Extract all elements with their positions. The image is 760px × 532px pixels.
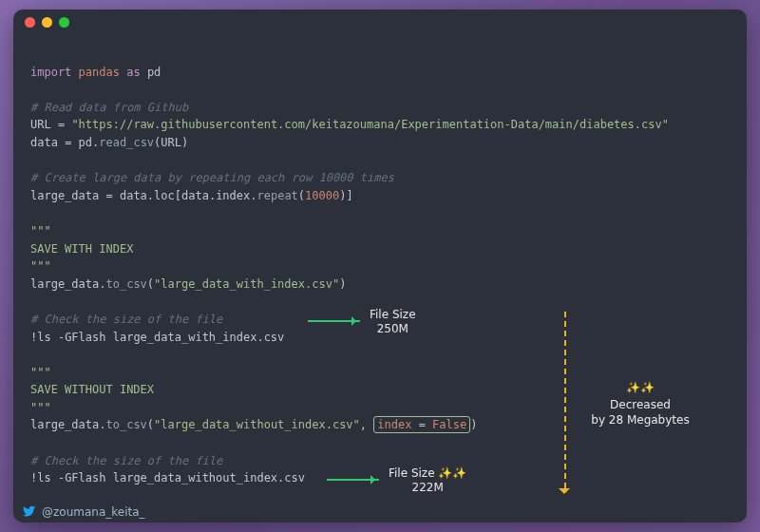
- decrease-note: ✨✨ Decreased by 28 Megabytes: [583, 380, 697, 428]
- filesize-value-1: 250M: [377, 322, 408, 336]
- twitter-handle: @zoumana_keita_: [42, 505, 145, 519]
- comment-read: # Read data from Github: [30, 101, 188, 114]
- filesize-value-2: 222M: [412, 481, 444, 495]
- code-area: import pandas as pd # Read data from Git…: [13, 34, 747, 500]
- twitter-icon: [23, 504, 36, 521]
- decrease-line1: Decreased: [583, 397, 697, 412]
- docstring-close-2: """: [30, 401, 51, 414]
- url-string: "https://raw.githubusercontent.com/keita…: [71, 118, 669, 131]
- fn-to-csv-2: to_csv: [105, 418, 146, 431]
- docstring-open-2: """: [30, 366, 51, 379]
- arrow-1: [308, 320, 360, 322]
- filesize-annot-1: File Size 250M: [370, 308, 416, 336]
- comment-check-2: # Check the size of the file: [30, 454, 222, 467]
- comment-check-1: # Check the size of the file: [30, 313, 222, 326]
- num-10000: 10000: [305, 189, 339, 202]
- kw-as: as: [126, 66, 140, 79]
- sparkles-icon: ✨✨: [583, 380, 697, 395]
- var-large-data: large_data: [30, 189, 99, 202]
- var-url: URL: [30, 118, 51, 131]
- fn-repeat: repeat: [257, 189, 298, 202]
- mod-pandas: pandas: [79, 66, 120, 79]
- decrease-line2: by 28 Megabytes: [583, 412, 697, 428]
- str-with-index: "large_data_with_index.csv": [154, 277, 339, 291]
- close-dot[interactable]: [25, 17, 35, 28]
- fn-to-csv-1: to_csv: [105, 277, 146, 291]
- comment-large: # Create large data by repeating each ro…: [30, 171, 394, 184]
- fn-read-csv: read_csv: [99, 136, 154, 149]
- zoom-dot[interactable]: [59, 17, 69, 28]
- alias-pd: pd: [147, 66, 161, 79]
- str-without-index: "large_data_without_index.csv": [154, 418, 360, 431]
- kw-import: import: [30, 66, 71, 79]
- down-arrow-icon: [559, 488, 570, 500]
- editor-window: import pandas as pd # Read data from Git…: [13, 10, 747, 522]
- vertical-divider: [564, 312, 566, 488]
- minimize-dot[interactable]: [42, 17, 52, 28]
- sparkles-icon: ✨✨: [438, 466, 466, 480]
- filesize-label-1: File Size: [370, 308, 416, 322]
- shell-cmd-2: ls -GFlash large_data_without_index.csv: [37, 471, 305, 484]
- docstring-close-1: """: [30, 259, 51, 273]
- arrow-2: [327, 479, 379, 481]
- titlebar: [13, 10, 747, 34]
- var-data: data: [30, 136, 58, 149]
- docstring-open-1: """: [30, 224, 51, 238]
- shell-cmd-1: ls -GFlash large_data_with_index.csv: [37, 331, 284, 344]
- boxed-kwarg: index = False: [373, 416, 470, 433]
- section-save-with-index: SAVE WITH INDEX: [30, 242, 133, 256]
- filesize-annot-2: File Size ✨✨ 222M: [389, 466, 466, 495]
- filesize-label-2: File Size: [389, 466, 435, 480]
- footer: @zoumana_keita_: [13, 502, 747, 522]
- section-save-without-index: SAVE WITHOUT INDEX: [30, 383, 154, 396]
